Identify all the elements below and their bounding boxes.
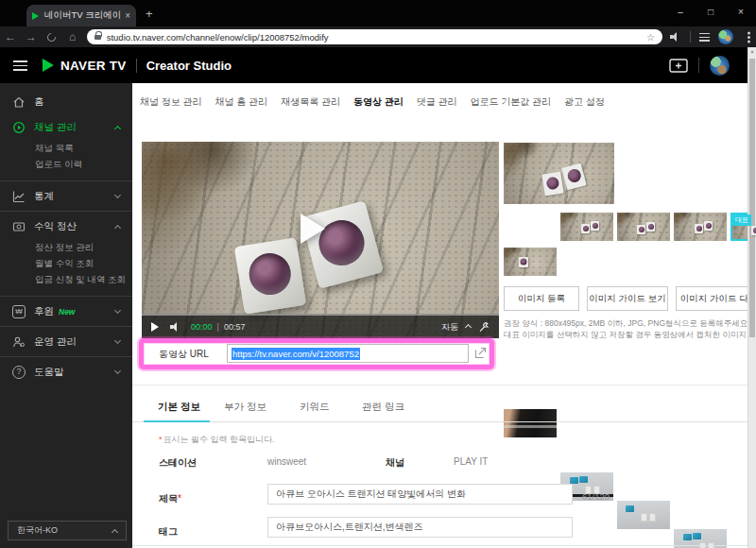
user-avatar[interactable] [710, 56, 730, 76]
section-bottom-divider [132, 545, 748, 546]
title-char-counter: 61/120 [582, 491, 610, 502]
brand-name[interactable]: NAVER TV [60, 59, 127, 73]
revenue-icon [12, 220, 26, 233]
tabs-border [132, 421, 748, 422]
tab-close-icon[interactable]: × [125, 10, 130, 21]
address-bar[interactable]: studio.tv.naver.com/channel/enow/clip/12… [87, 29, 662, 44]
lens-pack-left [234, 237, 306, 314]
current-time: 00:00 [191, 322, 213, 332]
total-time: 00:57 [224, 322, 246, 332]
tab-title: 네이버TV 크리에이터 스튜 [44, 9, 121, 22]
image-guide-download-button[interactable]: 이미지 가이드 다운로드 [676, 286, 756, 311]
sidebar-item-channel-management[interactable]: 채널 관리 [0, 114, 132, 140]
volume-icon[interactable] [170, 322, 181, 332]
chevron-down-icon [114, 367, 121, 373]
video-player[interactable]: 00:00 | 00:57 자동 [142, 142, 499, 338]
channel-label: 채널 [386, 456, 404, 470]
browser-tab[interactable]: 네이버TV 크리에이터 스튜 × [26, 5, 136, 26]
tab-ad-settings[interactable]: 광고 설정 [564, 95, 605, 109]
new-badge: New [59, 307, 75, 317]
tab-basic-info[interactable]: 기본 정보 [158, 401, 200, 414]
sidebar-item-donation[interactable]: ₩ 후원 New [0, 299, 132, 324]
language-selector[interactable]: 한국어-KO [8, 521, 127, 540]
browser-menu-icon[interactable] [747, 36, 750, 39]
window-maximize-button[interactable]: □ [696, 0, 726, 26]
new-tab-button[interactable]: + [146, 7, 153, 21]
browser-profile-avatar[interactable] [718, 29, 733, 44]
window-close-button[interactable]: × [726, 0, 756, 26]
scrollbar-thumb[interactable] [749, 59, 755, 337]
window-minimize-button[interactable]: – [665, 0, 696, 26]
reload-icon[interactable] [45, 31, 58, 43]
sidebar-subitem-deposit[interactable]: 입금 신청 및 내역 조회 [35, 271, 132, 287]
title-label-text: 제목 [159, 493, 178, 504]
title-input[interactable] [267, 484, 573, 505]
back-button[interactable]: ← [0, 30, 21, 43]
auto-quality-label[interactable]: 자동 [441, 321, 458, 334]
tab-channel-home[interactable]: 채널 홈 관리 [215, 95, 268, 109]
tab-comments[interactable]: 댓글 관리 [417, 95, 457, 109]
video-thumbnail[interactable] [617, 501, 670, 529]
sidebar-item-help[interactable]: ? 도움말 [0, 359, 132, 385]
tab-extra-info[interactable]: 부가 정보 [224, 401, 266, 414]
channel-value: PLAY IT [454, 456, 488, 467]
video-thumbnail[interactable] [504, 409, 557, 437]
bookmark-star-icon[interactable]: ☆ [646, 32, 655, 43]
sidebar-item-label: 수익 정산 [34, 220, 77, 233]
play-overlay-icon[interactable] [301, 214, 325, 244]
video-url-input[interactable]: https://tv.naver.com/v/12008752 [227, 344, 469, 363]
url-text[interactable]: studio.tv.naver.com/channel/enow/clip/12… [107, 32, 641, 43]
sidebar-subitem-upload-history[interactable]: 업로드 이력 [35, 156, 132, 172]
video-thumbnail[interactable] [560, 213, 613, 241]
tab-video-management[interactable]: 동영상 관리 [353, 95, 404, 109]
image-help-line-2: 대표 이미지를 선택하지 않고 저장할 경우 동영상에서 캡처한 이미지가 자동… [504, 330, 756, 341]
title-required-asterisk: * [178, 493, 181, 504]
play-button-icon[interactable] [151, 322, 159, 332]
video-thumbnail[interactable] [617, 213, 670, 241]
naver-tv-logo-icon [43, 59, 54, 72]
required-asterisk: * [159, 435, 163, 444]
required-note-text: 표시는 필수 입력 항목입니다. [163, 435, 275, 444]
sidebar-subitem-revenue-info[interactable]: 정산 정보 관리 [35, 239, 132, 255]
forward-button[interactable]: → [21, 30, 42, 43]
sidebar-item-statistics[interactable]: 통계 [0, 183, 132, 209]
scrollbar-up-arrow-icon[interactable]: ▲ [748, 48, 756, 54]
video-thumbnail[interactable] [504, 248, 557, 276]
statistics-icon [12, 190, 26, 203]
representative-badge: 대표 [732, 214, 751, 226]
tab-upload-defaults[interactable]: 업로드 기본값 관리 [470, 95, 551, 109]
hamburger-menu-icon[interactable] [13, 60, 27, 71]
sidebar-divider [0, 211, 132, 212]
highlight-annotation: 동영상 URL https://tv.naver.com/v/12008752 [139, 338, 494, 369]
time-display: 00:00 | 00:57 [191, 322, 245, 332]
page-scrollbar[interactable]: ▲ [747, 47, 756, 548]
tag-label: 태그 [159, 525, 178, 539]
sidebar-subitem-channel-list[interactable]: 채널 목록 [35, 140, 132, 156]
sidebar-item-home[interactable]: 홈 [0, 89, 132, 114]
speaker-extension-icon[interactable] [670, 32, 681, 42]
image-guide-view-button[interactable]: 이미지 가이드 보기 [587, 286, 668, 311]
lock-icon [94, 35, 101, 40]
settings-tool-icon[interactable] [478, 321, 490, 333]
tab-keywords[interactable]: 키워드 [300, 401, 330, 414]
product-name[interactable]: Creator Studio [146, 59, 232, 73]
external-link-icon[interactable] [474, 347, 487, 359]
image-register-button[interactable]: 이미지 등록 [504, 286, 579, 311]
video-url-value-selected[interactable]: https://tv.naver.com/v/12008752 [232, 348, 360, 360]
browser-toolbar: ← → ⌂ studio.tv.naver.com/channel/enow/c… [0, 26, 756, 47]
tab-playlist[interactable]: 재생목록 관리 [281, 95, 340, 109]
upload-video-icon[interactable] [669, 59, 688, 73]
sidebar-item-revenue[interactable]: 수익 정산 [0, 214, 132, 239]
tag-input[interactable] [267, 517, 573, 538]
home-button[interactable]: ⌂ [62, 30, 83, 43]
list-extension-icon[interactable] [699, 33, 710, 42]
tab-related-links[interactable]: 관련 링크 [362, 401, 404, 414]
sidebar-subitem-monthly-revenue[interactable]: 월별 수익 조회 [35, 255, 132, 271]
title-label: 제목* [159, 492, 182, 505]
sidebar-item-operation[interactable]: 운영 관리 [0, 329, 132, 354]
thumbnail-preview-large[interactable] [504, 143, 614, 204]
chevron-up-icon [112, 528, 118, 535]
video-thumbnail[interactable] [674, 213, 727, 241]
tab-channel-info[interactable]: 채널 정보 관리 [140, 95, 202, 109]
sidebar: 홈 채널 관리 채널 목록 업로드 이력 통계 [0, 83, 132, 548]
